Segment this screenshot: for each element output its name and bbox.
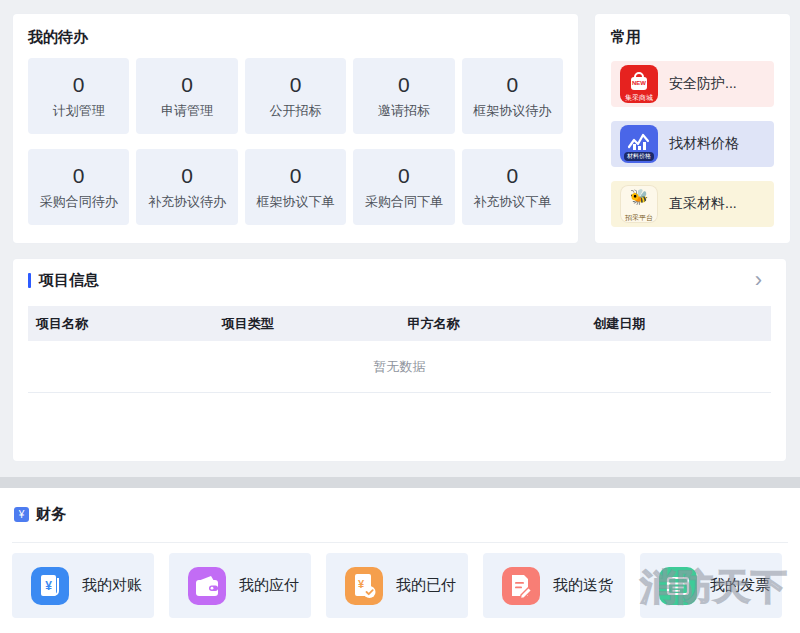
bee-icon: 🐝	[620, 188, 658, 206]
project-title-row: 项目信息 ›	[28, 271, 771, 290]
common-item-material-price[interactable]: 材料价格 找材料价格	[611, 121, 774, 167]
finance-card-label: 我的应付	[239, 576, 299, 595]
todo-count: 0	[506, 72, 518, 97]
dashboard-page: 我的待办 0 计划管理 0 申请管理 0 公开招标 0 邀请招标 0 框架协议待…	[0, 0, 800, 633]
todo-panel: 我的待办 0 计划管理 0 申请管理 0 公开招标 0 邀请招标 0 框架协议待…	[13, 14, 578, 243]
todo-label: 框架协议下单	[256, 193, 334, 211]
paid-check-icon: ¥	[345, 567, 383, 605]
todo-card-supplement-agreement-todo[interactable]: 0 补充协议待办	[136, 149, 237, 225]
finance-card-label: 我的送货	[553, 576, 613, 595]
finance-card-label: 我的发票	[710, 576, 770, 595]
todo-count: 0	[181, 163, 193, 188]
todo-label: 邀请招标	[378, 102, 430, 120]
chevron-right-icon[interactable]: ›	[755, 269, 762, 291]
todo-count: 0	[181, 72, 193, 97]
todo-count: 0	[506, 163, 518, 188]
todo-card-framework-agreement-todo[interactable]: 0 框架协议待办	[462, 58, 563, 134]
icon-caption: 招采平台	[620, 214, 658, 222]
column-header-party-a-name: 甲方名称	[400, 315, 586, 333]
todo-card-supplement-agreement-order[interactable]: 0 补充协议下单	[462, 149, 563, 225]
bidding-platform-icon: 🐝 招采平台	[620, 185, 658, 223]
todo-label: 补充协议待办	[148, 193, 226, 211]
finance-card-label: 我的对账	[82, 576, 142, 595]
column-header-project-type: 项目类型	[214, 315, 400, 333]
todo-card-framework-agreement-order[interactable]: 0 框架协议下单	[245, 149, 346, 225]
common-item-label: 直采材料...	[669, 195, 737, 213]
finance-header: ¥ 财务	[14, 505, 66, 524]
finance-card-my-paid[interactable]: ¥ 我的已付	[326, 553, 468, 618]
finance-card-my-reconciliation[interactable]: ¥ 我的对账	[12, 553, 154, 618]
todo-card-purchase-contract-order[interactable]: 0 采购合同下单	[353, 149, 454, 225]
todo-count: 0	[398, 163, 410, 188]
svg-text:¥: ¥	[358, 578, 365, 590]
todo-count: 0	[73, 72, 85, 97]
new-badge: NEW	[620, 80, 658, 86]
wallet-icon	[188, 567, 226, 605]
todo-count: 0	[73, 163, 85, 188]
todo-card-public-bidding[interactable]: 0 公开招标	[245, 58, 346, 134]
todo-label: 计划管理	[53, 102, 105, 120]
procurement-mall-icon: NEW 集采商城	[620, 65, 658, 103]
todo-label: 申请管理	[161, 102, 213, 120]
project-panel-title: 项目信息	[39, 271, 99, 290]
todo-count: 0	[290, 163, 302, 188]
svg-text:¥: ¥	[45, 579, 52, 593]
todo-card-application-management[interactable]: 0 申请管理	[136, 58, 237, 134]
column-header-create-date: 创建日期	[585, 315, 771, 333]
finance-card-my-invoice[interactable]: 我的发票	[640, 553, 782, 618]
todo-count: 0	[290, 72, 302, 97]
finance-cards: ¥ 我的对账 我的应付	[12, 553, 782, 618]
project-info-panel: 项目信息 › 项目名称 项目类型 甲方名称 创建日期 暂无数据	[13, 259, 786, 461]
todo-label: 公开招标	[269, 102, 321, 120]
todo-card-plan-management[interactable]: 0 计划管理	[28, 58, 129, 134]
finance-section: ¥ 财务 ¥ 我的对账	[0, 488, 800, 633]
todo-label: 采购合同待办	[40, 193, 118, 211]
reconciliation-icon: ¥	[31, 567, 69, 605]
common-item-safety-mall[interactable]: NEW 集采商城 安全防护...	[611, 61, 774, 107]
empty-data-placeholder: 暂无数据	[28, 341, 771, 393]
icon-caption: 材料价格	[624, 152, 654, 161]
todo-card-purchase-contract-todo[interactable]: 0 采购合同待办	[28, 149, 129, 225]
todo-card-invited-bidding[interactable]: 0 邀请招标	[353, 58, 454, 134]
invoice-icon	[659, 567, 697, 605]
price-chart-icon: 材料价格	[620, 125, 658, 163]
common-item-label: 安全防护...	[669, 75, 737, 93]
todo-label: 补充协议下单	[473, 193, 551, 211]
project-table-header: 项目名称 项目类型 甲方名称 创建日期	[28, 306, 771, 341]
delivery-note-icon	[502, 567, 540, 605]
finance-card-my-payables[interactable]: 我的应付	[169, 553, 311, 618]
section-divider-band	[0, 477, 800, 488]
title-accent-bar	[28, 273, 31, 288]
todo-label: 采购合同下单	[365, 193, 443, 211]
todo-grid: 0 计划管理 0 申请管理 0 公开招标 0 邀请招标 0 框架协议待办 0 采…	[28, 58, 563, 225]
common-panel: 常用 NEW 集采商城 安全防护... 材料价格 找材料价格	[595, 14, 790, 243]
finance-title: 财务	[36, 505, 66, 524]
icon-caption: 集采商城	[620, 94, 658, 102]
finance-card-label: 我的已付	[396, 576, 456, 595]
common-item-direct-material[interactable]: 🐝 招采平台 直采材料...	[611, 181, 774, 227]
todo-panel-title: 我的待办	[28, 28, 563, 47]
finance-divider	[12, 542, 788, 543]
finance-card-my-delivery[interactable]: 我的送货	[483, 553, 625, 618]
todo-count: 0	[398, 72, 410, 97]
common-item-label: 找材料价格	[669, 135, 739, 153]
column-header-project-name: 项目名称	[28, 315, 214, 333]
todo-label: 框架协议待办	[473, 102, 551, 120]
finance-icon: ¥	[14, 507, 29, 522]
common-panel-title: 常用	[611, 28, 774, 47]
